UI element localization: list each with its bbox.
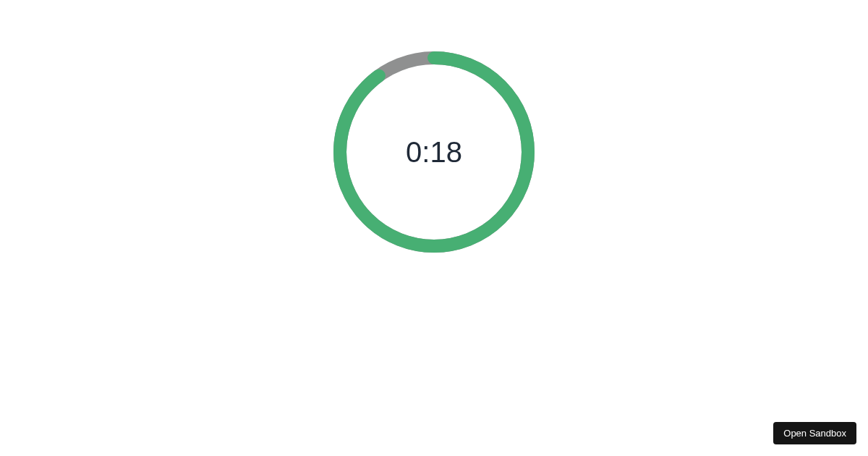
countdown-timer: 0:18 [333,51,535,253]
timer-time-label: 0:18 [333,51,535,253]
open-sandbox-button[interactable]: Open Sandbox [773,422,856,444]
